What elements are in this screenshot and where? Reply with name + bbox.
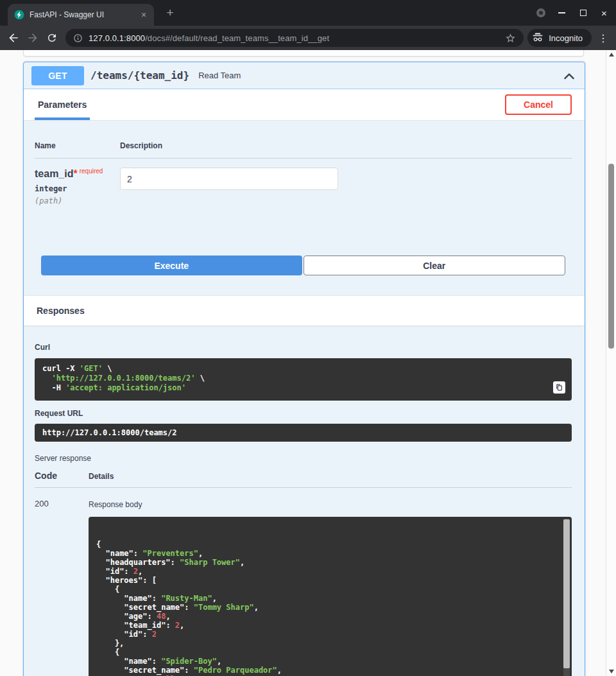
- copy-to-clipboard-icon[interactable]: [553, 381, 565, 394]
- back-icon[interactable]: [4, 28, 23, 48]
- parameters-table-head: Name Description: [35, 141, 572, 159]
- window-close-button[interactable]: ×: [594, 0, 615, 26]
- incognito-icon: [531, 31, 544, 44]
- parameter-row: team_id*required integer (path): [35, 159, 572, 205]
- parameter-location: (path): [35, 196, 120, 205]
- address-bar[interactable]: 127.0.0.1:8000/docs#/default/read_team_t…: [65, 29, 524, 47]
- responses-section-title: Responses: [24, 295, 585, 325]
- url-host: 127.0.0.1:8000: [89, 33, 145, 43]
- collapse-chevron-icon[interactable]: [563, 69, 576, 82]
- browser-chrome: FastAPI - Swagger UI × + × 127.0.0.1:800…: [0, 0, 616, 50]
- column-description-header: Description: [120, 141, 162, 150]
- response-table-head: Code Details: [35, 471, 572, 488]
- response-body-scrollbar[interactable]: [563, 519, 570, 676]
- new-tab-button[interactable]: +: [162, 4, 178, 21]
- server-response-label: Server response: [35, 454, 572, 463]
- column-name-header: Name: [35, 141, 120, 150]
- fastapi-favicon-icon: [14, 10, 24, 20]
- endpoint-path: /teams/{team_id}: [90, 69, 189, 82]
- response-body-code-block: { "name": "Preventers", "headquarters": …: [89, 517, 572, 676]
- parameter-value-cell: [120, 168, 338, 205]
- browser-menu-icon[interactable]: ⋮: [594, 29, 612, 47]
- execute-row: Execute Clear: [41, 256, 565, 275]
- opblock-summary[interactable]: GET /teams/{team_id} Read Team: [24, 62, 585, 89]
- response-row: 200 Response body { "name": "Preventers"…: [35, 488, 572, 676]
- page-scrollbar[interactable]: [606, 50, 616, 676]
- http-method-badge: GET: [31, 66, 84, 85]
- incognito-label: Incognito: [549, 33, 583, 43]
- tab-parameters[interactable]: Parameters: [35, 89, 90, 120]
- response-detail: Response body { "name": "Preventers", "h…: [89, 499, 572, 676]
- maximize-button[interactable]: [572, 0, 594, 26]
- required-label: required: [80, 168, 103, 175]
- site-info-icon[interactable]: [73, 33, 83, 43]
- url-path: /docs#/default/read_team_teams__team_id_…: [145, 33, 329, 43]
- tab-title: FastAPI - Swagger UI: [30, 10, 133, 19]
- url-text: 127.0.0.1:8000/docs#/default/read_team_t…: [89, 33, 499, 43]
- parameter-name: team_id: [35, 168, 73, 179]
- curl-label: Curl: [35, 343, 572, 352]
- parameters-header: Parameters Cancel: [24, 89, 585, 121]
- scroll-down-icon[interactable]: [606, 667, 616, 676]
- details-column-header: Details: [89, 472, 114, 481]
- request-url-value: http://127.0.0.1:8000/teams/2: [35, 424, 572, 442]
- status-code: 200: [35, 499, 89, 676]
- browser-profile-icon[interactable]: [530, 0, 551, 26]
- required-asterisk: *: [73, 168, 77, 179]
- response-body-scrollbar-thumb[interactable]: [563, 519, 570, 668]
- previous-section-partial: [23, 50, 584, 56]
- responses-body: Curl curl -X 'GET' \ 'http://127.0.0.1:8…: [24, 325, 585, 676]
- browser-toolbar: 127.0.0.1:8000/docs#/default/read_team_t…: [0, 26, 616, 50]
- browser-tab[interactable]: FastAPI - Swagger UI ×: [8, 4, 154, 26]
- tab-close-icon[interactable]: ×: [139, 10, 149, 20]
- page-scrollbar-thumb[interactable]: [608, 164, 614, 349]
- response-json-lines: { "name": "Preventers", "headquarters": …: [96, 540, 556, 676]
- reload-icon[interactable]: [42, 28, 62, 48]
- tab-strip: FastAPI - Swagger UI × + ×: [0, 0, 616, 26]
- window-controls: ×: [530, 0, 615, 26]
- code-column-header: Code: [35, 471, 89, 481]
- parameters-body: Name Description team_id*required intege…: [24, 121, 585, 275]
- scroll-up-icon[interactable]: [606, 50, 616, 59]
- opblock-get-teams: GET /teams/{team_id} Read Team Parameter…: [23, 62, 585, 676]
- request-url-label: Request URL: [35, 409, 572, 418]
- parameter-ident: team_id*required integer (path): [35, 168, 120, 205]
- execute-button[interactable]: Execute: [41, 256, 302, 275]
- minimize-button[interactable]: [551, 0, 572, 26]
- clear-button[interactable]: Clear: [304, 256, 566, 275]
- incognito-badge: Incognito: [527, 29, 592, 47]
- response-body-label: Response body: [89, 500, 572, 509]
- swagger-page: GET /teams/{team_id} Read Team Parameter…: [0, 50, 606, 676]
- bookmark-star-icon[interactable]: [505, 33, 516, 44]
- endpoint-summary: Read Team: [198, 71, 241, 80]
- team-id-input[interactable]: [120, 168, 338, 190]
- forward-icon[interactable]: [23, 28, 42, 48]
- parameter-type: integer: [35, 184, 120, 193]
- cancel-button[interactable]: Cancel: [505, 94, 572, 115]
- curl-code-block: curl -X 'GET' \ 'http://127.0.0.1:8000/t…: [35, 358, 572, 401]
